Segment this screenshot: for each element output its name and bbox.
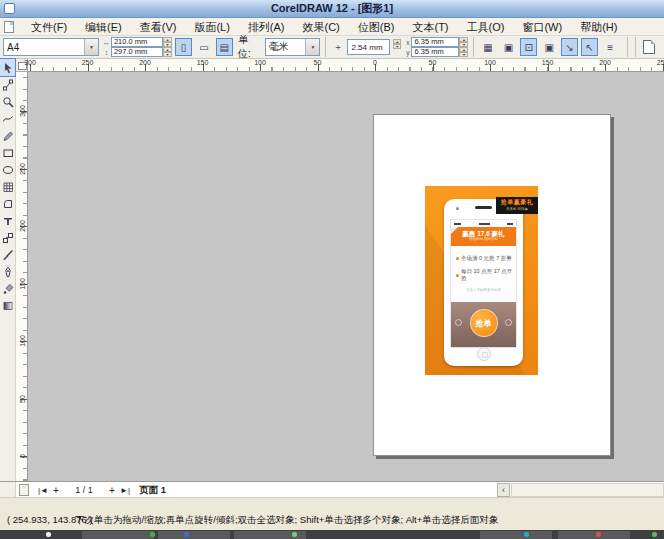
separator bbox=[627, 37, 628, 57]
snap-to-guidelines-icon[interactable]: ▣ bbox=[500, 38, 517, 56]
phone-status-bar bbox=[451, 220, 516, 227]
camera-dot-icon bbox=[456, 207, 459, 210]
menu-help[interactable]: 帮助(H) bbox=[571, 18, 626, 36]
promo-badge: 抢单赢豪礼 天天抢 日日赢 bbox=[496, 197, 538, 214]
smart-drawing-tool[interactable] bbox=[0, 127, 15, 144]
fill-tool[interactable] bbox=[0, 280, 15, 297]
duplicate-x-label: x bbox=[404, 39, 411, 46]
taskbar-app-icon[interactable] bbox=[46, 532, 51, 537]
menu-effects[interactable]: 效果(C) bbox=[294, 18, 349, 36]
interactive-fill-tool[interactable] bbox=[0, 297, 15, 314]
navigator-icon[interactable] bbox=[19, 484, 29, 496]
document-page[interactable]: 赢惠 17.6 豪礼 活动时间 限时开抢 全场满 0 元抢 7 折券 每日 10… bbox=[373, 114, 611, 456]
ellipse-tool[interactable] bbox=[0, 161, 15, 178]
hruler-label: 300 bbox=[24, 59, 36, 66]
marquee-select-icon[interactable]: ↖ bbox=[581, 38, 598, 56]
apply-all-pages-button[interactable]: ▤ bbox=[216, 38, 233, 56]
properties-icon[interactable]: ≡ bbox=[601, 38, 618, 56]
title-bar: CorelDRAW 12 - [图形1] bbox=[0, 0, 664, 18]
horizontal-scrollbar[interactable] bbox=[511, 483, 664, 497]
hruler-label: 200 bbox=[139, 59, 151, 66]
menu-tools[interactable]: 工具(O) bbox=[458, 18, 514, 36]
taskbar-item[interactable] bbox=[158, 531, 230, 539]
taskbar-app-icon[interactable] bbox=[524, 532, 529, 537]
hruler-label: 250 bbox=[657, 59, 664, 66]
bullet-text: 每日 10 点至 17 点开抢 bbox=[461, 268, 516, 282]
taskbar-app-icon[interactable] bbox=[652, 532, 657, 537]
snap-to-objects-icon[interactable]: ⊡ bbox=[520, 38, 537, 56]
nudge-field[interactable]: 2.54 mm bbox=[347, 39, 389, 55]
vertical-ruler[interactable]: 300 250 200 150 100 50 0 bbox=[16, 72, 28, 481]
first-page-button[interactable]: |◄ bbox=[36, 483, 50, 497]
phone-body: 赢惠 17.6 豪礼 活动时间 限时开抢 全场满 0 元抢 7 折券 每日 10… bbox=[444, 199, 523, 366]
menu-file[interactable]: 文件(F) bbox=[22, 18, 76, 36]
menu-bitmaps[interactable]: 位图(B) bbox=[349, 18, 404, 36]
taskbar-app-icon[interactable] bbox=[184, 532, 189, 537]
menu-edit[interactable]: 编辑(E) bbox=[76, 18, 131, 36]
dupy-spin-down-icon[interactable]: ▼ bbox=[459, 52, 468, 57]
graph-paper-tool[interactable] bbox=[0, 178, 15, 195]
duplicate-x-field[interactable]: 6.35 mm bbox=[411, 37, 459, 47]
taskbar-app-icon[interactable] bbox=[292, 532, 297, 537]
paper-type-value: A4 bbox=[4, 42, 84, 53]
shape-tool[interactable] bbox=[0, 76, 15, 93]
status-bar: ( 254.933, 143.876 ) 下次单击为拖动/缩放;再单点旋转/倾斜… bbox=[0, 497, 664, 530]
taskbar-item[interactable] bbox=[480, 531, 552, 539]
promo-note: 点击下方按钮参与抢单 bbox=[451, 288, 516, 292]
drawing-canvas[interactable]: 赢惠 17.6 豪礼 活动时间 限时开抢 全场满 0 元抢 7 折券 每日 10… bbox=[28, 72, 664, 481]
dynamic-guides-icon[interactable]: ▣ bbox=[540, 38, 557, 56]
side-circle-icon bbox=[505, 319, 512, 326]
vruler-label: 150 bbox=[19, 278, 26, 290]
phone-promo-image[interactable]: 赢惠 17.6 豪礼 活动时间 限时开抢 全场满 0 元抢 7 折券 每日 10… bbox=[425, 186, 538, 375]
interactive-blend-tool[interactable] bbox=[0, 229, 15, 246]
hruler-label: 0 bbox=[373, 59, 377, 66]
add-page-after-button[interactable]: + bbox=[106, 483, 118, 497]
landscape-button[interactable]: ▭ bbox=[195, 38, 212, 56]
height-spin-down-icon[interactable]: ▼ bbox=[163, 52, 172, 57]
taskbar-app-icon[interactable] bbox=[150, 532, 155, 537]
pick-tool[interactable] bbox=[0, 59, 15, 76]
paper-type-combo[interactable]: A4 ▼ bbox=[3, 38, 99, 56]
menu-layout[interactable]: 版面(L) bbox=[185, 18, 238, 36]
add-page-before-button[interactable]: + bbox=[50, 483, 62, 497]
separator bbox=[635, 37, 636, 57]
new-page-button[interactable] bbox=[641, 38, 658, 56]
hruler-label: 250 bbox=[82, 59, 94, 66]
chevron-down-icon[interactable]: ▼ bbox=[84, 39, 98, 55]
taskbar-app-icon[interactable] bbox=[596, 532, 601, 537]
scroll-left-button[interactable]: ‹ bbox=[497, 483, 510, 497]
duplicate-y-label: y bbox=[404, 49, 411, 56]
hruler-label: 200 bbox=[599, 59, 611, 66]
rectangle-tool[interactable] bbox=[0, 144, 15, 161]
tab-page-1[interactable]: 页面 1 bbox=[132, 482, 188, 498]
basic-shapes-tool[interactable] bbox=[0, 195, 15, 212]
treat-as-filled-icon[interactable]: ↘ bbox=[561, 38, 578, 56]
document-icon[interactable] bbox=[4, 21, 14, 33]
vruler-label: 0 bbox=[19, 450, 26, 462]
paper-height-field[interactable]: 297.0 mm bbox=[111, 47, 163, 57]
text-tool[interactable] bbox=[0, 212, 15, 229]
duplicate-y-field[interactable]: 6.35 mm bbox=[411, 47, 459, 57]
zoom-tool[interactable] bbox=[0, 93, 15, 110]
menu-text[interactable]: 文本(T) bbox=[403, 18, 457, 36]
snap-to-grid-icon[interactable]: ▦ bbox=[479, 38, 496, 56]
menu-view[interactable]: 查看(V) bbox=[131, 18, 186, 36]
taskbar-item[interactable] bbox=[558, 531, 630, 539]
last-page-button[interactable]: ►| bbox=[118, 483, 132, 497]
freehand-tool[interactable] bbox=[0, 110, 15, 127]
chevron-down-icon[interactable]: ▼ bbox=[305, 39, 319, 55]
nudge-spin-down-icon[interactable]: ▼ bbox=[393, 44, 402, 49]
taskbar-item[interactable] bbox=[82, 531, 154, 539]
units-combo[interactable]: 毫米 ▼ bbox=[265, 38, 321, 56]
corner-ribbon-icon bbox=[451, 227, 458, 234]
eyedropper-tool[interactable] bbox=[0, 246, 15, 263]
portrait-button[interactable]: ▯ bbox=[175, 38, 192, 56]
phone-screen: 赢惠 17.6 豪礼 活动时间 限时开抢 全场满 0 元抢 7 折券 每日 10… bbox=[450, 219, 517, 348]
windows-taskbar[interactable] bbox=[0, 530, 664, 539]
paper-width-field[interactable]: 210.0 mm bbox=[111, 37, 163, 47]
duplicate-distance: x 6.35 mm ▲▼ y 6.35 mm ▲▼ bbox=[404, 37, 468, 57]
outline-pen-tool[interactable] bbox=[0, 263, 15, 280]
horizontal-ruler[interactable]: 300 250 200 150 100 50 0 50 100 150 200 … bbox=[28, 59, 664, 72]
menu-window[interactable]: 窗口(W) bbox=[513, 18, 571, 36]
promo-banner: 赢惠 17.6 豪礼 活动时间 限时开抢 bbox=[451, 227, 516, 246]
